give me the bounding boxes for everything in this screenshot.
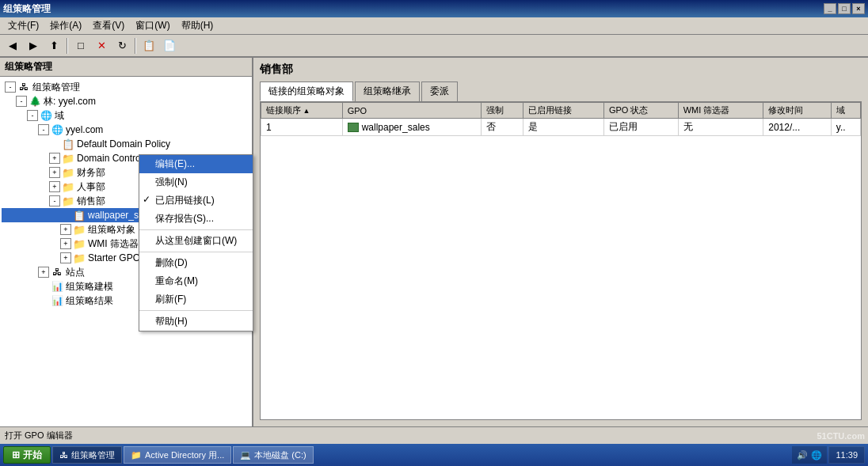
table-col-3[interactable]: 已启用链接 xyxy=(523,103,603,119)
tree-item-label: 组策略建模 xyxy=(66,280,113,294)
menu-view[interactable]: 查看(V) xyxy=(88,17,129,34)
table-col-7[interactable]: 域 xyxy=(831,103,860,119)
toolbar-delete[interactable]: ✕ xyxy=(92,37,111,55)
table-row[interactable]: 1wallpaper_sales否是已启用无2012/...y.. xyxy=(261,119,861,136)
menu-file[interactable]: 文件(F) xyxy=(3,17,44,34)
tree-item-label: 林: yyel.com xyxy=(44,95,96,108)
title-bar: 组策略管理 _ □ × xyxy=(0,0,868,17)
ctx-item[interactable]: 保存报告(S)... xyxy=(139,210,253,228)
table-col-2[interactable]: 强制 xyxy=(482,103,523,119)
expand-btn[interactable]: + xyxy=(49,153,60,164)
watermark: 51CTU.com xyxy=(817,431,865,441)
close-button[interactable]: × xyxy=(852,3,865,14)
toolbar-sep-1 xyxy=(67,38,68,54)
table-cell-5: 无 xyxy=(678,119,763,136)
status-text: 打开 GPO 编辑器 xyxy=(5,430,73,441)
tree-item-label: yyel.com xyxy=(66,124,103,135)
tree-item[interactable]: -🌲林: yyel.com xyxy=(2,94,250,108)
taskbar-app-button[interactable]: 💻本地磁盘 (C:) xyxy=(233,446,313,464)
tree-item[interactable]: -🖧组策略管理 xyxy=(2,80,250,94)
taskbar-buttons: 🖧组策略管理📁Active Directory 用...💻本地磁盘 (C:) xyxy=(52,446,314,464)
menu-action[interactable]: 操作(A) xyxy=(45,17,86,34)
tree-item-label: 组策略结果 xyxy=(66,294,113,308)
tab-delegate[interactable]: 委派 xyxy=(421,81,458,101)
toolbar-back[interactable]: ◀ xyxy=(3,37,22,55)
title-bar-buttons: _ □ × xyxy=(824,3,865,14)
expand-btn[interactable]: - xyxy=(49,195,60,206)
tree-item-label: 组策略管理 xyxy=(32,81,80,94)
table-col-4[interactable]: GPO 状态 xyxy=(603,103,678,119)
ctx-item[interactable]: 编辑(E)... xyxy=(139,155,253,173)
ctx-separator xyxy=(139,252,253,252)
restore-button[interactable]: □ xyxy=(838,3,851,14)
tree-item-label: 组策略对象 xyxy=(88,223,135,237)
toolbar-new[interactable]: □ xyxy=(71,37,90,55)
expand-btn[interactable]: + xyxy=(60,238,71,249)
table-col-5[interactable]: WMI 筛选器 xyxy=(678,103,763,119)
taskbar-clock: 11:39 xyxy=(828,446,865,464)
gpo-icon: 📋 xyxy=(73,209,86,222)
tree-item-label: 站点 xyxy=(66,266,85,279)
tree-item[interactable]: 📋Default Domain Policy xyxy=(2,137,250,151)
taskbar-app-button[interactable]: 📁Active Directory 用... xyxy=(124,446,231,464)
toolbar-properties[interactable]: 📄 xyxy=(160,37,179,55)
table-cell-4: 已启用 xyxy=(603,119,678,136)
clock-time: 11:39 xyxy=(836,450,858,460)
tree-item-label: 销售部 xyxy=(77,195,105,208)
taskbar-app-button[interactable]: 🖧组策略管理 xyxy=(52,446,122,464)
ctx-item[interactable]: 帮助(H) xyxy=(139,313,253,331)
ctx-item[interactable]: 删除(D) xyxy=(139,254,253,272)
table-cell-6: 2012/... xyxy=(763,119,832,136)
tree-item-label: 人事部 xyxy=(77,180,105,194)
tab-gpo-inherit[interactable]: 组策略继承 xyxy=(355,81,420,101)
left-panel-title: 组策略管理 xyxy=(0,58,252,77)
gpo-table: 链接顺序GPO强制已启用链接GPO 状态WMI 筛选器修改时间域 1wallpa… xyxy=(261,102,861,136)
expand-btn[interactable]: - xyxy=(16,96,27,107)
toolbar-refresh[interactable]: ↻ xyxy=(112,37,131,55)
taskbar: ⊞ 开始 🖧组策略管理📁Active Directory 用...💻本地磁盘 (… xyxy=(0,444,868,466)
expand-btn[interactable]: - xyxy=(38,124,49,135)
main-layout: 组策略管理 -🖧组策略管理-🌲林: yyel.com-🌐域-🌐yyel.com📋… xyxy=(0,57,868,426)
tree-item[interactable]: -🌐yyel.com xyxy=(2,123,250,137)
tree-icon: 📊 xyxy=(51,294,63,307)
expand-btn[interactable]: + xyxy=(49,167,60,178)
window-title: 组策略管理 xyxy=(3,2,51,16)
expand-btn[interactable]: - xyxy=(5,81,16,93)
minimize-button[interactable]: _ xyxy=(824,3,836,14)
ctx-item[interactable]: 强制(N) xyxy=(139,173,253,191)
table-col-6[interactable]: 修改时间 xyxy=(763,103,832,119)
tree-icon: 🖧 xyxy=(51,266,63,278)
ctx-item[interactable]: 重命名(M) xyxy=(139,272,253,290)
menu-help[interactable]: 帮助(H) xyxy=(177,17,219,34)
table-cell-3: 是 xyxy=(523,119,603,136)
menu-window[interactable]: 窗口(W) xyxy=(131,17,174,34)
ctx-item[interactable]: ✓已启用链接(L) xyxy=(139,191,253,210)
table-cell-0: 1 xyxy=(261,119,343,136)
table-col-0[interactable]: 链接顺序 xyxy=(261,103,343,119)
expand-btn[interactable]: + xyxy=(60,224,71,235)
menu-bar: 文件(F) 操作(A) 查看(V) 窗口(W) 帮助(H) xyxy=(0,17,868,35)
toolbar-up[interactable]: ⬆ xyxy=(44,37,63,55)
expand-btn[interactable]: + xyxy=(38,267,49,278)
tree-icon: 🖧 xyxy=(17,81,30,93)
tree-item-label: Default Domain Policy xyxy=(77,138,170,150)
table-col-1[interactable]: GPO xyxy=(342,103,482,119)
tab-linked-gpo[interactable]: 链接的组策略对象 xyxy=(260,81,353,101)
table-cell-1: wallpaper_sales xyxy=(342,119,482,136)
start-button[interactable]: ⊞ 开始 xyxy=(3,446,51,464)
toolbar-export[interactable]: 📋 xyxy=(139,37,158,55)
expand-btn[interactable]: - xyxy=(27,110,38,121)
ctx-separator xyxy=(139,310,253,311)
toolbar-forward[interactable]: ▶ xyxy=(24,37,43,55)
ctx-item[interactable]: 从这里创建窗口(W) xyxy=(139,232,253,250)
right-panel-title: 销售部 xyxy=(253,58,868,78)
tree-item[interactable]: -🌐域 xyxy=(2,108,250,123)
ctx-item[interactable]: 刷新(F) xyxy=(139,290,253,309)
expand-btn[interactable]: + xyxy=(60,252,71,263)
tree-icon: 🌐 xyxy=(40,109,52,122)
taskbar-btn-icon: 📁 xyxy=(131,450,142,460)
taskbar-btn-label: 组策略管理 xyxy=(71,449,115,461)
expand-btn[interactable]: + xyxy=(49,181,60,192)
table-area[interactable]: 链接顺序GPO强制已启用链接GPO 状态WMI 筛选器修改时间域 1wallpa… xyxy=(260,101,862,420)
folder-icon: 📁 xyxy=(73,223,86,236)
